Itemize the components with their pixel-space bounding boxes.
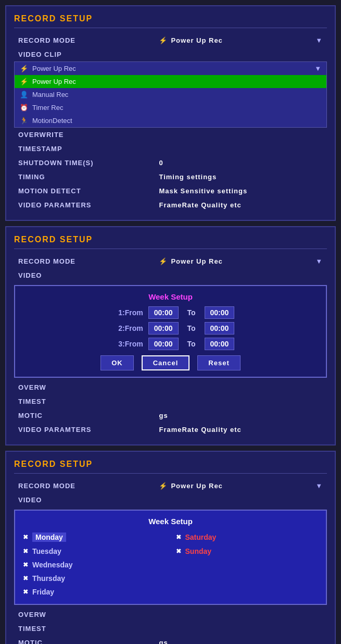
table-row: RECORD MODE ⚡ Power Up Rec ▼ [14, 254, 327, 268]
row2-to-time[interactable]: 00:00 [205, 322, 235, 335]
value-video-3[interactable] [155, 493, 327, 507]
table-row: RECORD MODE ⚡ Power Up Rec ▼ [14, 33, 327, 47]
check-icon-tuesday: ✖ [23, 548, 28, 555]
record-mode-value: Power Up Rec [171, 36, 222, 44]
dropdown-item-label: Power Up Rec [32, 65, 76, 72]
table-row[interactable]: VIDEO PARAMTERS FrameRate Quality etc [14, 198, 327, 212]
dropdown-arrow-2[interactable]: ▼ [315, 257, 323, 265]
settings-table-1: RECORD MODE ⚡ Power Up Rec ▼ VIDEO CLIP [14, 33, 327, 61]
time-row-2: 2:From 00:00 To 00:00 [21, 322, 320, 335]
settings-table-3: RECORD MODE ⚡ Power Up Rec ▼ VIDEO [14, 479, 327, 507]
label-timestamp-2: TIMEST [14, 394, 155, 408]
dropdown-list[interactable]: ⚡ Power Up Rec ▼ ⚡ Power Up Rec 👤 Manual… [14, 61, 327, 128]
table-row[interactable]: VIDEO PARAMTERS FrameRate Quality etc [14, 423, 327, 437]
dropdown-item-timerrec[interactable]: ⏰ Timer Rec [15, 101, 326, 114]
day-name-monday: Monday [32, 532, 66, 542]
value-timestamp-2[interactable] [155, 394, 327, 408]
dropdown-arrow[interactable]: ▼ [315, 36, 323, 44]
day-saturday[interactable]: ✖ Saturday [176, 531, 319, 543]
day-name-sunday: Sunday [185, 547, 212, 555]
label-shutdown: SHUTDOWN TIME(S) [14, 156, 155, 170]
value-overwrite[interactable] [155, 128, 327, 142]
check-icon-wednesday: ✖ [23, 561, 28, 568]
dropdown-item-motiondetect[interactable]: 🏃 MotionDetect [15, 114, 326, 127]
label-motion-detect: MOTION DETECT [14, 184, 155, 198]
day-thursday[interactable]: ✖ Thursday [23, 573, 166, 584]
row3-from-time[interactable]: 00:00 [148, 338, 179, 350]
table-row: OVERWRITE [14, 128, 327, 142]
record-mode-value-3: Power Up Rec [171, 482, 222, 490]
value-video-2[interactable] [155, 268, 327, 282]
table-row[interactable]: MOTION DETECT Mask Sensitive settings [14, 184, 327, 198]
week-days-dialog: Week Setup ✖ Monday ✖ Saturday ✖ Tuesday… [14, 510, 327, 605]
check-icon-sunday: ✖ [176, 548, 181, 555]
dropdown-item-poweruprec-2[interactable]: ⚡ Power Up Rec [15, 75, 326, 88]
run-icon: 🏃 [20, 117, 28, 125]
check-icon-thursday: ✖ [23, 575, 28, 582]
day-name-tuesday: Tuesday [32, 547, 61, 555]
time-row-3: 3:From 00:00 To 00:00 [21, 338, 320, 350]
table-row: VIDEO [14, 268, 327, 282]
day-monday[interactable]: ✖ Monday [23, 531, 166, 543]
value-timestamp[interactable] [155, 142, 327, 156]
value-timing: Timing settings [155, 170, 327, 184]
record-mode-value-2: Power Up Rec [171, 257, 222, 265]
ok-button[interactable]: OK [100, 355, 134, 370]
label-video-params: VIDEO PARAMTERS [14, 198, 155, 212]
bolt-icon-3: ⚡ [159, 482, 168, 490]
row2-from-label: 2:From [107, 324, 143, 332]
table-row: TIMESTAMP [14, 142, 327, 156]
day-name-thursday: Thursday [32, 574, 65, 583]
reset-button[interactable]: Reset [197, 355, 240, 370]
row2-to-label: To [184, 324, 199, 332]
time-row-1: 1:From 00:00 To 00:00 [21, 306, 320, 319]
value-overwrite-3[interactable] [155, 608, 327, 622]
settings-table-1b: OVERWRITE TIMESTAMP SHUTDOWN TIME(S) 0 T… [14, 128, 327, 212]
panel-3: RECORD SETUP RECORD MODE ⚡ Power Up Rec … [5, 451, 336, 644]
row1-to-time[interactable]: 00:00 [205, 306, 235, 319]
panel-3-title: RECORD SETUP [14, 460, 327, 474]
row1-from-time[interactable]: 00:00 [148, 306, 179, 319]
label-video-params-2: VIDEO PARAMTERS [14, 423, 155, 437]
table-row[interactable]: TIMING Timing settings [14, 170, 327, 184]
label-overwrite: OVERWRITE [14, 128, 155, 142]
day-sunday[interactable]: ✖ Sunday [176, 546, 319, 557]
days-grid: ✖ Monday ✖ Saturday ✖ Tuesday ✖ Sunday ✖… [23, 531, 318, 598]
panel-2-title: RECORD SETUP [14, 235, 327, 249]
row3-to-time[interactable]: 00:00 [205, 338, 235, 350]
table-row: MOTIC gs [14, 408, 327, 423]
label-timestamp-3: TIMEST [14, 622, 155, 636]
day-empty-2 [176, 573, 319, 584]
value-video-clip[interactable] [155, 47, 327, 61]
table-row: TIMEST [14, 394, 327, 408]
dropdown-item-label: Timer Rec [32, 104, 63, 112]
table-row: OVERW [14, 608, 327, 622]
value-timestamp-3[interactable] [155, 622, 327, 636]
dropdown-item-manualrec[interactable]: 👤 Manual Rec [15, 88, 326, 101]
dropdown-item-poweruprec-1[interactable]: ⚡ Power Up Rec ▼ [15, 62, 326, 75]
day-tuesday[interactable]: ✖ Tuesday [23, 546, 166, 557]
value-shutdown: 0 [155, 156, 327, 170]
cancel-button[interactable]: Cancel [142, 355, 190, 370]
dropdown-item-label: Manual Rec [32, 91, 68, 98]
value-overwrite-2[interactable] [155, 380, 327, 394]
day-name-wednesday: Wednesday [32, 561, 73, 569]
bolt-icon: ⚡ [159, 36, 168, 44]
timer-icon: ⏰ [20, 104, 28, 112]
table-row: VIDEO [14, 493, 327, 507]
value-motion-detect: Mask Sensitive settings [155, 184, 327, 198]
check-icon-monday: ✖ [23, 534, 28, 541]
dropdown-arrow-3[interactable]: ▼ [315, 482, 323, 490]
check-icon-saturday: ✖ [176, 534, 181, 541]
value-record-mode-2: ⚡ Power Up Rec ▼ [155, 254, 327, 268]
day-friday[interactable]: ✖ Friday [23, 586, 166, 598]
dropdown-item-label: Power Up Rec [32, 78, 76, 85]
value-video-params-2: FrameRate Quality etc [155, 423, 327, 437]
label-video-clip: VIDEO CLIP [14, 47, 155, 61]
bolt-icon: ⚡ [20, 78, 28, 85]
settings-table-2b: OVERW TIMEST MOTIC gs VIDEO PARAMTERS Fr… [14, 380, 327, 437]
value-record-mode-3: ⚡ Power Up Rec ▼ [155, 479, 327, 493]
row2-from-time[interactable]: 00:00 [148, 322, 179, 335]
day-wednesday[interactable]: ✖ Wednesday [23, 559, 166, 571]
value-record-mode: ⚡ Power Up Rec ▼ [155, 33, 327, 47]
